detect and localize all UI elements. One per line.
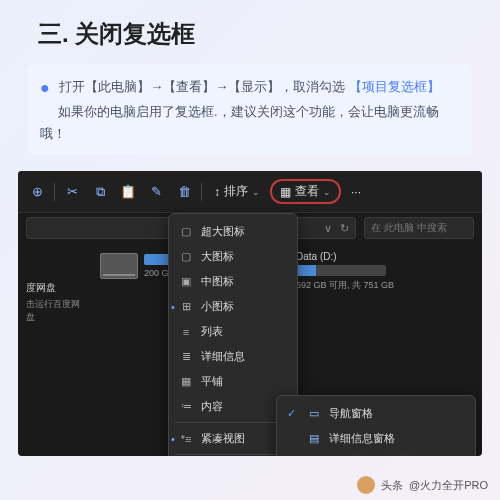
copy-icon[interactable]: ⧉ [87,179,113,205]
new-icon[interactable]: ⊕ [24,179,50,205]
tip-highlight: 【项目复选框】 [349,79,440,94]
sidebar-sub: 击运行百度网盘 [26,298,86,324]
menu-icon: *≡ [179,433,193,445]
drive-text: 592 GB 可用, 共 751 GB [296,279,394,292]
menu-item[interactable]: ≣详细信息 [169,344,297,369]
drive-bar [296,265,386,276]
menu-icon: ▢ [179,250,193,263]
menu-label: 大图标 [201,249,234,264]
tip-text-1: 打开【此电脑】→【查看】→【显示】，取消勾选 [59,79,345,94]
view-button[interactable]: ▦查看⌄ [270,179,341,204]
menu-label: 中图标 [201,274,234,289]
dropdown-icon[interactable]: ∨ [324,222,332,235]
menu-item[interactable]: ≡列表 [169,319,297,344]
screenshot-window: ⊕ ✂ ⧉ 📋 ✎ 🗑 ↕排序⌄ ▦查看⌄ ··· ∨ ↻ 在 此电脑 中搜索 … [18,171,482,456]
cut-icon[interactable]: ✂ [59,179,85,205]
menu-item[interactable]: ▣中图标 [169,269,297,294]
submenu-item[interactable]: ✓▭导航窗格 [277,401,475,426]
menu-icon: ≣ [179,350,193,363]
avatar [357,476,375,494]
menu-item[interactable]: ▦平铺 [169,369,297,394]
check-icon: ✓ [287,407,299,420]
submenu-desc: 使用项目复选框可轻松选择多个项目。 [277,451,475,456]
more-button[interactable]: ··· [343,181,369,203]
menu-icon: ▦ [179,375,193,388]
drive-icon [100,253,138,279]
menu-icon: ⊞ [179,300,193,313]
menu-label: 紧凑视图 [201,431,245,446]
toolbar: ⊕ ✂ ⧉ 📋 ✎ 🗑 ↕排序⌄ ▦查看⌄ ··· [18,171,482,213]
submenu-label: 导航窗格 [329,406,373,421]
menu-item[interactable]: ▢大图标 [169,244,297,269]
submenu-label: 详细信息窗格 [329,431,395,446]
attribution: 头条 @火力全开PRO [357,476,488,494]
menu-label: 超大图标 [201,224,245,239]
show-submenu: ✓▭导航窗格▤详细信息窗格 使用项目复选框可轻松选择多个项目。 ✓ ☑ 项目复选… [276,395,476,456]
menu-label: 列表 [201,324,223,339]
submenu-item[interactable]: ▤详细信息窗格 [277,426,475,451]
delete-icon[interactable]: 🗑 [171,179,197,205]
tip-box: ● 打开【此电脑】→【查看】→【显示】，取消勾选 【项目复选框】 如果你的电脑启… [28,64,472,155]
footer-pre: 头条 [381,478,403,493]
paste-icon[interactable]: 📋 [115,179,141,205]
rename-icon[interactable]: ✎ [143,179,169,205]
menu-icon: ▣ [179,275,193,288]
bullet-icon: ● [40,79,50,96]
sidebar-item[interactable]: 度网盘 [26,281,86,295]
search-input[interactable]: 在 此电脑 中搜索 [364,217,474,239]
menu-label: 详细信息 [201,349,245,364]
sort-button[interactable]: ↕排序⌄ [206,179,268,204]
section-heading: 三. 关闭复选框 [0,0,500,64]
menu-icon: ≡ [179,326,193,338]
menu-icon: ≔ [179,400,193,413]
refresh-icon[interactable]: ↻ [340,222,349,235]
menu-label: 平铺 [201,374,223,389]
tip-text-2: 如果你的电脑启用了复选框.，建议关闭这个功能，会让电脑更流畅哦！ [40,104,439,141]
footer-name: @火力全开PRO [409,478,488,493]
menu-item[interactable]: •⊞小图标 [169,294,297,319]
menu-label: 内容 [201,399,223,414]
sidebar: 度网盘 击运行百度网盘 [26,251,86,324]
sub-icon: ▤ [307,432,321,445]
menu-icon: ▢ [179,225,193,238]
menu-label: 小图标 [201,299,234,314]
sub-icon: ▭ [307,407,321,420]
drive-name: Data (D:) [296,251,394,262]
menu-item[interactable]: ▢超大图标 [169,219,297,244]
